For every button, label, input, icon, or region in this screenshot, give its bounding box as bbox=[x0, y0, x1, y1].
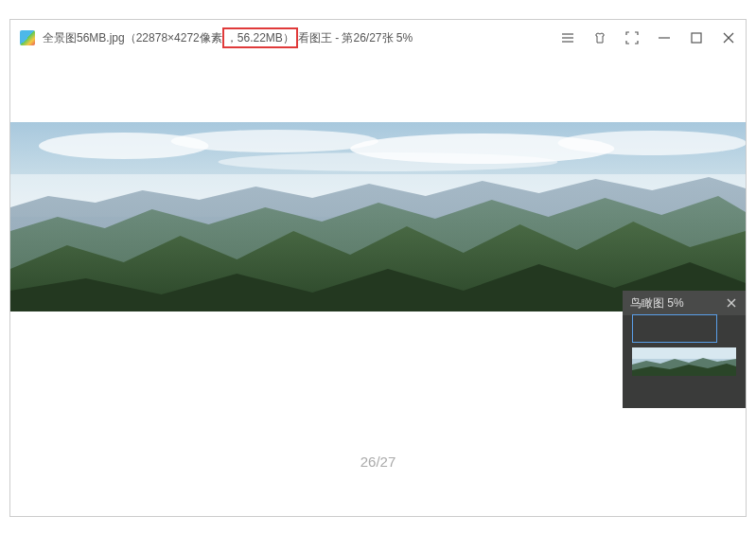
overview-title: 鸟瞰图 5% bbox=[630, 295, 725, 312]
menu-icon[interactable] bbox=[560, 30, 575, 45]
maximize-button[interactable] bbox=[689, 30, 704, 45]
panorama-image bbox=[10, 122, 746, 312]
titlebar[interactable]: 全景图56MB.jpg（22878×4272像素，56.22MB）看图王 - 第… bbox=[10, 20, 746, 56]
svg-rect-4 bbox=[692, 33, 701, 43]
svg-point-9 bbox=[171, 130, 378, 152]
svg-point-11 bbox=[558, 131, 746, 155]
window-controls bbox=[560, 30, 736, 45]
overview-close-icon[interactable] bbox=[725, 296, 738, 310]
page-indicator: 26/27 bbox=[360, 454, 396, 470]
overview-thumbnail bbox=[632, 347, 736, 376]
svg-rect-17 bbox=[632, 347, 736, 359]
svg-point-12 bbox=[218, 152, 557, 171]
window-title: 全景图56MB.jpg（22878×4272像素，56.22MB）看图王 - 第… bbox=[43, 27, 560, 48]
content-area: 26/27 鸟瞰图 5% bbox=[10, 56, 746, 516]
overview-header: 鸟瞰图 5% bbox=[623, 291, 746, 315]
app-icon bbox=[20, 30, 35, 45]
overview-selection-box[interactable] bbox=[632, 314, 717, 343]
close-button[interactable] bbox=[721, 30, 736, 45]
overview-body[interactable] bbox=[623, 315, 746, 408]
title-filesize-highlight: ，56.22MB） bbox=[222, 27, 298, 48]
minimize-button[interactable] bbox=[657, 30, 672, 45]
app-window: 全景图56MB.jpg（22878×4272像素，56.22MB）看图王 - 第… bbox=[9, 19, 747, 517]
fullscreen-icon[interactable] bbox=[624, 30, 640, 45]
title-filename: 全景图56MB.jpg（22878×4272像素 bbox=[43, 30, 222, 46]
image-viewport[interactable] bbox=[10, 122, 746, 312]
title-app-info: 看图王 - 第26/27张 5% bbox=[298, 30, 413, 46]
shirt-icon[interactable] bbox=[592, 30, 607, 45]
overview-panel[interactable]: 鸟瞰图 5% bbox=[623, 291, 746, 408]
